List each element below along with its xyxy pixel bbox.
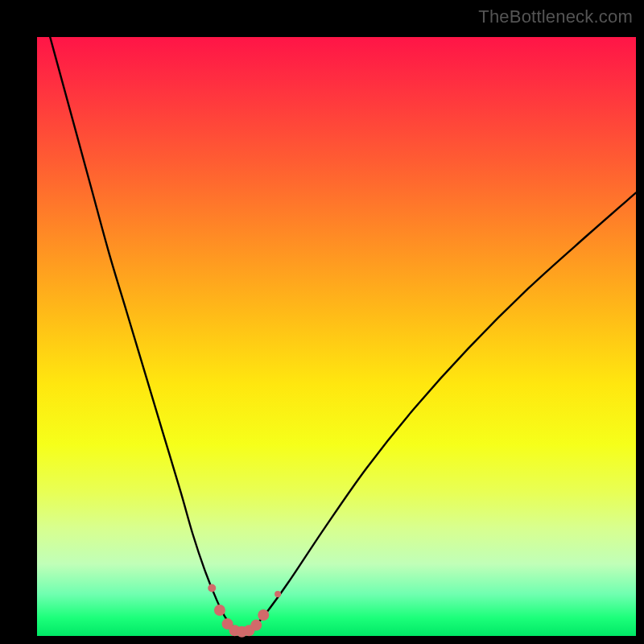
valley-marker [208,584,216,592]
plot-area [37,37,636,636]
chart-frame: TheBottleneck.com [0,0,644,644]
valley-marker [214,605,225,616]
watermark-text: TheBottleneck.com [478,6,633,27]
plot-svg [37,37,636,636]
valley-marker [258,609,269,621]
valley-marker [250,620,262,631]
main-curve [37,0,636,632]
valley-marker-group [208,584,281,637]
curve-group [37,0,636,632]
valley-marker [275,591,281,597]
